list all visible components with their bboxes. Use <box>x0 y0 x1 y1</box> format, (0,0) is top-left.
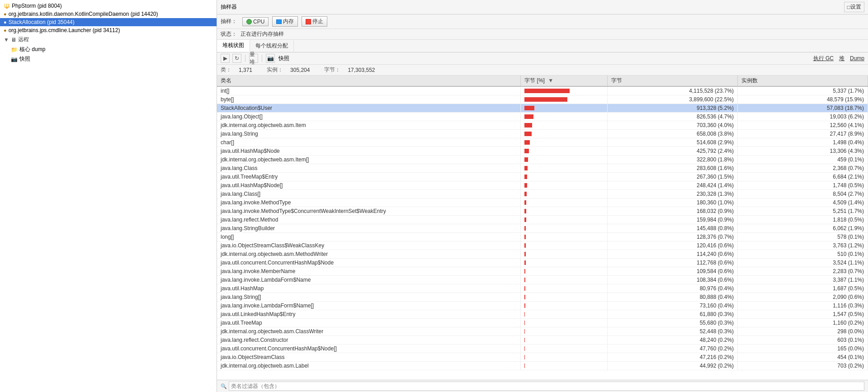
cell-bytes: 114,240 (0.6%) <box>608 250 738 259</box>
cell-bar <box>521 113 608 121</box>
process-kotlin[interactable]: ● org.jetbrains.kotlin.daemon.KotlinComp… <box>0 10 217 18</box>
table-row[interactable]: StackAllocation$User913,328 (5.2%)57,083… <box>217 104 868 113</box>
exec-gc-label[interactable]: 执行 GC <box>813 55 834 62</box>
table-row[interactable]: java.lang.Class[]230,328 (1.3%)8,504 (2.… <box>217 190 868 198</box>
filter-input[interactable] <box>229 382 864 391</box>
dump-label[interactable]: Dump <box>850 55 864 61</box>
cell-instances: 13,306 (4.3%) <box>738 147 868 156</box>
col-header-name[interactable]: 类名 <box>217 76 521 86</box>
data-table-container[interactable]: 类名 字节 [%] ▼ 字节 实例数 int[]4,115,528 (23.7%… <box>217 76 868 380</box>
core-dump-icon: 📁 <box>11 47 18 53</box>
table-row[interactable]: java.lang.String658,008 (3.8%)27,417 (8.… <box>217 130 868 138</box>
col-header-bar[interactable]: 字节 [%] ▼ <box>521 76 608 86</box>
memory-button[interactable]: 内存 <box>272 16 298 27</box>
col-header-bytes[interactable]: 字节 <box>608 76 738 86</box>
table-row[interactable]: java.util.HashMap80,976 (0.4%)1,687 (0.5… <box>217 284 868 293</box>
table-row[interactable]: java.util.concurrent.ConcurrentHashMap$N… <box>217 345 868 353</box>
table-row[interactable]: java.lang.invoke.MemberName109,584 (0.6%… <box>217 267 868 276</box>
heap-label[interactable]: 堆 <box>839 55 844 62</box>
quantity-button[interactable]: 量堆 <box>249 54 258 63</box>
cell-name: java.lang.invoke.LambdaForm$Name <box>217 276 521 284</box>
cell-bytes: 80,888 (0.4%) <box>608 293 738 302</box>
cell-name: java.lang.Class[] <box>217 190 521 198</box>
memory-label: 内存 <box>283 18 294 25</box>
cell-instances: 2,368 (0.7%) <box>738 164 868 173</box>
table-row[interactable]: java.lang.Object[]826,536 (4.7%)19,003 (… <box>217 113 868 121</box>
table-row[interactable]: jdk.internal.org.objectweb.asm.MethodWri… <box>217 250 868 259</box>
cell-bar <box>521 104 608 113</box>
cpu-button[interactable]: CPU <box>242 17 269 26</box>
table-row[interactable]: java.lang.StringBuilder145,488 (0.8%)6,0… <box>217 224 868 233</box>
table-row[interactable]: java.util.HashMap$Node425,792 (2.4%)13,3… <box>217 147 868 156</box>
cell-instances: 3,763 (1.2%) <box>738 241 868 250</box>
cell-bytes: 109,584 (0.6%) <box>608 267 738 276</box>
phpstorm-icon: 🔱 <box>4 3 10 9</box>
cell-instances: 1,116 (0.3%) <box>738 302 868 310</box>
table-row[interactable]: jdk.internal.org.objectweb.asm.Item703,3… <box>217 121 868 130</box>
table-row[interactable]: java.util.TreeMap$Entry267,360 (1.5%)6,6… <box>217 173 868 181</box>
play-button[interactable]: ▶ <box>221 54 230 63</box>
cell-name: java.lang.invoke.MethodType$ConcurrentWe… <box>217 207 521 216</box>
table-row[interactable]: long[]128,376 (0.7%)578 (0.1%) <box>217 233 868 241</box>
tab-heap-chart[interactable]: 堆栈状图 <box>217 40 250 52</box>
table-row[interactable]: java.util.HashMap$Node[]248,424 (1.4%)1,… <box>217 181 868 190</box>
cell-bytes: 826,536 (4.7%) <box>608 113 738 121</box>
table-row[interactable]: jdk.internal.org.objectweb.asm.Item[]322… <box>217 156 868 164</box>
cell-name: java.lang.Class <box>217 164 521 173</box>
cell-instances: 57,083 (18.7%) <box>738 104 868 113</box>
table-row[interactable]: java.lang.invoke.LambdaForm$Name[]73,160… <box>217 302 868 310</box>
table-row[interactable]: java.lang.Class283,608 (1.6%)2,368 (0.7%… <box>217 164 868 173</box>
cell-instances: 8,504 (2.7%) <box>738 190 868 198</box>
table-row[interactable]: int[]4,115,528 (23.7%)5,337 (1.7%) <box>217 86 868 95</box>
col-header-instances[interactable]: 实例数 <box>738 76 868 86</box>
table-row[interactable]: java.lang.invoke.MethodType180,360 (1.0%… <box>217 198 868 207</box>
table-row[interactable]: byte[]3,899,600 (22.5%)48,579 (15.9%) <box>217 95 868 104</box>
cell-bar <box>521 216 608 224</box>
cell-name: java.util.HashMap$Node[] <box>217 181 521 190</box>
table-row[interactable]: java.lang.String[]80,888 (0.4%)2,090 (0.… <box>217 293 868 302</box>
action-bar-left: ▶ ↻ 量堆 📷 快照 <box>221 54 289 63</box>
table-row[interactable]: jdk.internal.org.objectweb.asm.Label44,9… <box>217 362 868 370</box>
cell-bytes: 267,360 (1.5%) <box>608 173 738 181</box>
process-phpstorm[interactable]: 🔱 PhpStorm (pid 8004) <box>0 2 217 10</box>
col-instances-label: 实例数 <box>741 77 758 84</box>
refresh-icon: ↻ <box>235 55 239 61</box>
settings-button[interactable]: □ 设置 <box>844 2 864 12</box>
cell-bar <box>521 345 608 353</box>
cell-instances: 2,283 (0.7%) <box>738 267 868 276</box>
cell-bar <box>521 259 608 267</box>
cell-bytes: 47,760 (0.2%) <box>608 345 738 353</box>
table-row[interactable]: java.lang.reflect.Method159,984 (0.9%)1,… <box>217 216 868 224</box>
table-row[interactable]: java.util.concurrent.ConcurrentHashMap$N… <box>217 259 868 267</box>
snapshot-item[interactable]: 📷 快照 <box>0 54 217 64</box>
table-row[interactable]: java.io.ObjectStreamClass47,216 (0.2%)45… <box>217 353 868 362</box>
table-row[interactable]: jdk.internal.org.objectweb.asm.ClassWrit… <box>217 327 868 336</box>
table-row[interactable]: java.util.TreeMap55,680 (0.3%)1,160 (0.2… <box>217 319 868 327</box>
action-bar: ▶ ↻ 量堆 📷 快照 执行 GC 堆 Dump <box>217 52 868 65</box>
cell-bytes: 55,680 (0.3%) <box>608 319 738 327</box>
snapshot-button[interactable]: 📷 <box>266 54 275 63</box>
cell-instances: 1,818 (0.5%) <box>738 216 868 224</box>
refresh-button[interactable]: ↻ <box>232 54 241 63</box>
cell-name: int[] <box>217 86 521 95</box>
table-row[interactable]: char[]514,608 (2.9%)1,498 (0.4%) <box>217 138 868 147</box>
table-row[interactable]: java.util.LinkedHashMap$Entry61,880 (0.3… <box>217 310 868 319</box>
table-row[interactable]: java.lang.invoke.LambdaForm$Name108,384 … <box>217 276 868 284</box>
stop-icon <box>306 19 311 24</box>
table-row[interactable]: java.io.ObjectStreamClass$WeakClassKey12… <box>217 241 868 250</box>
play-icon: ▶ <box>223 55 227 61</box>
right-panel: 抽样器 □ 设置 抽样： CPU 内存 停止 状态： 正在进行内存抽样 堆栈状图 <box>217 0 868 392</box>
stack-icon: ● <box>4 19 7 25</box>
cell-bar <box>521 130 608 138</box>
cpu-label: CPU <box>253 19 264 25</box>
process-stack[interactable]: ● StackAllocation (pid 35044) <box>0 18 217 26</box>
process-launcher[interactable]: ● org.jetbrains.jps.cmdline.Launcher (pi… <box>0 26 217 34</box>
table-row[interactable]: java.lang.invoke.MethodType$ConcurrentWe… <box>217 207 868 216</box>
core-dump-item[interactable]: 📁 核心 dump <box>0 45 217 54</box>
tab-thread-alloc[interactable]: 每个线程分配 <box>250 40 294 52</box>
table-row[interactable]: java.lang.reflect.Constructor48,240 (0.2… <box>217 336 868 345</box>
cell-bar <box>521 284 608 293</box>
stop-button[interactable]: 停止 <box>302 16 327 27</box>
cell-instances: 703 (0.2%) <box>738 362 868 370</box>
stop-label: 停止 <box>312 18 323 25</box>
